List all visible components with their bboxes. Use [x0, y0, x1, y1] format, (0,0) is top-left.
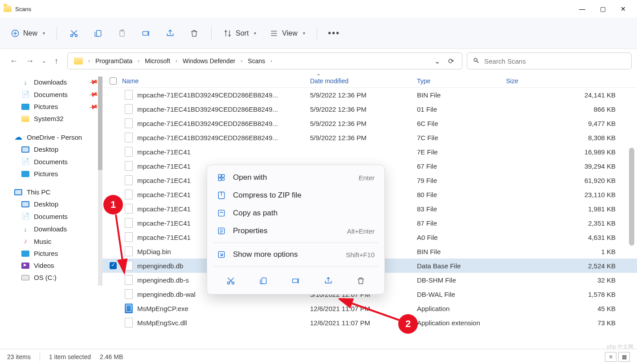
share-button[interactable] — [160, 24, 180, 43]
table-row[interactable]: mpcache-71EC41BD39249CEDD286EB8249...5/9… — [102, 116, 637, 130]
recent-locations-button[interactable]: ⌄ — [434, 57, 440, 65]
sidebar-item-music[interactable]: ♪Music — [0, 235, 102, 247]
close-button[interactable]: ✕ — [613, 2, 633, 16]
sidebar-label: Desktop — [34, 200, 58, 208]
ctx-show-more[interactable]: Show more options Shift+F10 — [210, 246, 382, 263]
breadcrumb[interactable]: ProgramData — [93, 56, 135, 66]
sidebar-item-desktop2[interactable]: Desktop — [0, 198, 102, 210]
new-button[interactable]: New ▾ — [6, 25, 49, 41]
svg-point-18 — [222, 178, 225, 181]
file-type: Application — [417, 305, 506, 312]
cut-button[interactable] — [64, 24, 84, 43]
ctx-compress[interactable]: Compress to ZIP file — [210, 186, 382, 204]
delete-button[interactable] — [184, 24, 204, 43]
ctx-cut-button[interactable] — [223, 273, 239, 289]
svg-rect-7 — [97, 30, 101, 36]
more-button[interactable]: ••• — [324, 24, 344, 43]
details-view-button[interactable]: ≡ — [605, 352, 617, 362]
file-name: mpcache-71EC41 — [137, 177, 191, 184]
divider — [213, 266, 378, 267]
breadcrumb[interactable]: Windows Defender — [180, 56, 238, 66]
sidebar-item-thispc[interactable]: This PC — [0, 186, 102, 198]
sidebar-label: Pictures — [34, 103, 58, 110]
ctx-share-button[interactable] — [320, 273, 336, 289]
view-button[interactable]: View ▾ — [265, 25, 309, 41]
table-row[interactable]: mpcache-71EC41BD39249CEDD286EB8249...5/9… — [102, 130, 637, 145]
ctx-open-with[interactable]: Open with Enter — [210, 169, 382, 186]
table-row[interactable]: mpcache-71EC41BD39249CEDD286EB8249...5/9… — [102, 102, 637, 116]
thumbnails-view-button[interactable]: ▦ — [618, 352, 630, 362]
sidebar-item-pictures2[interactable]: Pictures — [0, 168, 102, 180]
status-bar: 23 items 1 item selected 2.46 MB ≡ ▦ — [0, 349, 637, 364]
separator — [57, 27, 57, 40]
file-name: mpcache-71EC41 — [137, 219, 191, 227]
file-icon — [125, 289, 133, 299]
sidebar-item-desktop[interactable]: Desktop — [0, 143, 102, 155]
col-type[interactable]: Type — [417, 77, 506, 85]
svg-rect-15 — [218, 174, 221, 177]
scrollbar-thumb[interactable] — [98, 77, 102, 170]
plus-circle-icon — [11, 29, 20, 38]
file-type: DB-SHM File — [417, 276, 506, 284]
search-input[interactable] — [484, 57, 626, 65]
chevron-right-icon: › — [88, 58, 90, 64]
file-size: 16,989 KB — [506, 148, 629, 156]
sidebar-item-videos[interactable]: Videos — [0, 259, 102, 271]
breadcrumb[interactable]: Scans — [245, 56, 268, 66]
ctx-rename-button[interactable] — [288, 273, 304, 289]
sort-button[interactable]: Sort ▾ — [219, 25, 261, 41]
ellipsis-icon: ••• — [328, 28, 340, 38]
col-date[interactable]: Date modified — [310, 77, 417, 85]
maximize-button[interactable]: ▢ — [592, 2, 613, 16]
folder-icon — [21, 116, 29, 122]
trash-icon — [190, 29, 199, 38]
ctx-copy-path[interactable]: Copy as path — [210, 204, 382, 222]
search-box[interactable]: 🔍︎ — [467, 53, 632, 69]
trash-icon — [356, 276, 365, 285]
sidebar-item-onedrive[interactable]: ☁OneDrive - Person — [0, 131, 102, 143]
up-button[interactable]: ↑ — [54, 57, 58, 66]
table-row[interactable]: mpcache-71EC417E File16,989 KB — [102, 145, 637, 159]
sort-icon — [223, 29, 232, 38]
recent-button[interactable]: ⌄ — [42, 58, 46, 64]
minimize-button[interactable]: — — [572, 2, 592, 16]
sidebar-item-osc[interactable]: OS (C:) — [0, 271, 102, 283]
copy-button[interactable] — [88, 24, 108, 43]
paste-button[interactable] — [112, 24, 132, 43]
back-button[interactable]: ← — [10, 57, 18, 66]
sidebar-item-downloads[interactable]: ↓Downloads📌 — [0, 76, 102, 88]
sidebar-item-pictures[interactable]: Pictures📌 — [0, 101, 102, 113]
view-icon — [270, 29, 278, 38]
nav-buttons: ← → ⌄ ↑ — [5, 57, 63, 66]
sidebar-item-documents2[interactable]: 📄Documents — [0, 155, 102, 168]
file-name: mpenginedb.db-s — [137, 276, 189, 284]
col-size[interactable]: Size — [506, 77, 629, 85]
sidebar-item-system32[interactable]: System32 — [0, 113, 102, 125]
refresh-button[interactable]: ⟳ — [448, 57, 454, 65]
sidebar-label: This PC — [27, 188, 50, 196]
sidebar-item-documents3[interactable]: 📄Documents — [0, 210, 102, 222]
file-type: BIN File — [417, 91, 506, 99]
col-name[interactable]: Name — [122, 77, 139, 85]
annotation-label: 1 — [110, 199, 116, 210]
table-row[interactable]: mpcache-71EC41BD39249CEDD286EB8249...5/9… — [102, 88, 637, 102]
sidebar-scrollbar[interactable] — [98, 77, 102, 286]
address-bar[interactable]: › ProgramData › Microsoft › Windows Defe… — [67, 53, 462, 69]
sidebar-item-downloads2[interactable]: ↓Downloads — [0, 222, 102, 235]
select-all-checkbox[interactable] — [110, 77, 117, 85]
file-scrollbar[interactable] — [629, 77, 634, 299]
ctx-delete-button[interactable] — [353, 273, 369, 289]
ctx-copy-button[interactable] — [255, 273, 271, 289]
scrollbar-thumb[interactable] — [629, 148, 634, 246]
sidebar-item-pictures3[interactable]: Pictures — [0, 247, 102, 259]
breadcrumb[interactable]: Microsoft — [142, 56, 173, 66]
file-size: 1 KB — [506, 248, 629, 255]
drive-icon — [21, 275, 29, 280]
file-size: 866 KB — [506, 105, 629, 113]
forward-button[interactable]: → — [26, 57, 34, 66]
rename-button[interactable] — [136, 24, 156, 43]
ctx-properties[interactable]: Properties Alt+Enter — [210, 222, 382, 240]
sidebar-item-documents[interactable]: 📄Documents📌 — [0, 88, 102, 101]
file-name: MsMpEngCP.exe — [137, 305, 188, 312]
file-icon — [125, 104, 133, 114]
